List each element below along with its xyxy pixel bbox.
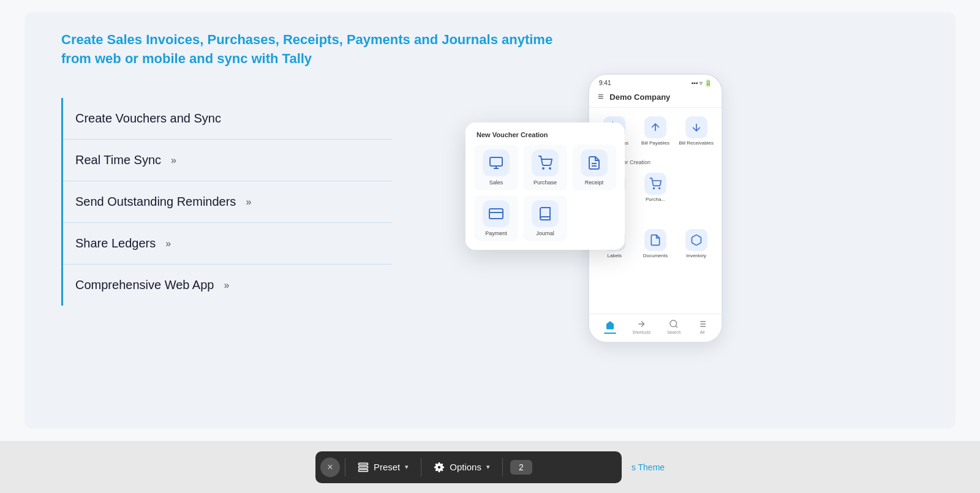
svg-point-17 [543, 168, 544, 169]
purchase-label: Purcha... [646, 197, 665, 202]
phone-icon-inventory[interactable]: Inventory [677, 225, 715, 262]
nav-search-label: Search [667, 330, 680, 334]
voucher-icon-payment[interactable]: Payment [474, 195, 518, 241]
gear-icon [434, 462, 445, 473]
voucher-receipt-icon-circle [581, 149, 608, 176]
phone-icon-documents[interactable]: Documents [636, 225, 675, 262]
voucher-sales-icon-circle [483, 149, 510, 176]
voucher-popup: New Voucher Creation Sales Purchase [466, 122, 625, 250]
voucher-sales-label: Sales [489, 179, 503, 186]
feature-item-share-ledgers[interactable]: Share Ledgers » [63, 223, 392, 265]
inventory-icon-circle [685, 229, 707, 251]
close-icon: × [327, 462, 333, 473]
svg-point-6 [670, 320, 677, 327]
bill-payables-label: Bill Payables [641, 140, 669, 146]
arrow-icon: » [171, 155, 176, 166]
toolbar-count: 2 [510, 460, 532, 475]
arrow-icon: » [224, 280, 229, 291]
feature-item-text: Send Outstanding Reminders [75, 195, 236, 209]
bottom-toolbar: × Preset ▾ Options ▾ 2 s Theme [0, 441, 980, 493]
preset-chevron-icon: ▾ [405, 463, 409, 471]
toolbar-divider-2 [421, 458, 421, 476]
feature-item-text: Create Vouchers and Sync [75, 111, 221, 126]
svg-point-3 [654, 188, 655, 189]
labels-label: Labels [608, 253, 622, 258]
bill-receivables-icon-circle [685, 116, 707, 138]
phone-company-title: Demo Company [609, 92, 670, 102]
phone-icon-bill-payables[interactable]: Bill Payables [636, 113, 675, 149]
feature-item-send-reminders[interactable]: Send Outstanding Reminders » [63, 181, 392, 223]
voucher-icon-journal[interactable]: Journal [523, 195, 567, 241]
options-label: Options [450, 462, 481, 472]
phone-nav-all[interactable]: All [697, 319, 707, 334]
toolbar-bar: × Preset ▾ Options ▾ 2 [315, 451, 622, 483]
main-content: Create Sales Invoices, Purchases, Receip… [0, 0, 980, 441]
voucher-payment-icon-circle [483, 200, 510, 227]
feature-item-text: Comprehensive Web App [75, 278, 214, 292]
toolbar-preset-button[interactable]: Preset ▾ [350, 458, 416, 476]
feature-item-text: Share Ledgers [75, 236, 156, 250]
feature-item-comprehensive-web-app[interactable]: Comprehensive Web App » [63, 265, 392, 306]
right-panel: 9:41 ▪▪▪ ▿ 🔋 ≡ Demo Company Profit & L [392, 73, 919, 343]
phone-nav-home[interactable] [604, 320, 616, 334]
toolbar-divider-3 [502, 458, 503, 476]
voucher-purchase-label: Purchase [533, 179, 557, 186]
phone-header: ≡ Demo Company [589, 89, 722, 108]
svg-point-4 [659, 188, 660, 189]
svg-rect-14 [490, 157, 502, 166]
nav-all-label: All [700, 330, 705, 334]
voucher-icons-grid: Sales Purchase Receipt [474, 145, 616, 241]
toolbar-close-button[interactable]: × [320, 457, 340, 477]
toolbar-options-button[interactable]: Options ▾ [426, 458, 497, 476]
bill-receivables-label: Bill Receivables [679, 140, 713, 146]
feature-item-real-time-sync[interactable]: Real Time Sync » [63, 140, 392, 181]
phone-status-bar: 9:41 ▪▪▪ ▿ 🔋 [589, 75, 722, 89]
feature-item-create-vouchers[interactable]: Create Vouchers and Sync [63, 98, 392, 140]
phone-time: 9:41 [599, 80, 611, 86]
nav-shortcuts-label: Shortcuts [633, 330, 651, 334]
inventory-label: Inventory [686, 253, 706, 258]
preset-icon [358, 462, 369, 473]
left-panel: Create Vouchers and Sync Real Time Sync … [61, 49, 392, 306]
options-chevron-icon: ▾ [486, 463, 490, 471]
phone-icon-purchase[interactable]: Purcha... [636, 169, 675, 206]
phone-icon-bill-receivables[interactable]: Bill Receivables [677, 113, 715, 149]
voucher-payment-label: Payment [485, 230, 507, 236]
voucher-icon-sales[interactable]: Sales [474, 145, 518, 190]
purchase-icon-circle [644, 173, 666, 195]
voucher-journal-label: Journal [536, 230, 554, 236]
svg-rect-23 [358, 463, 368, 465]
svg-rect-24 [358, 466, 368, 468]
bill-payables-icon-circle [644, 116, 666, 138]
voucher-icon-receipt[interactable]: Receipt [572, 145, 616, 190]
documents-icon-circle [644, 229, 666, 251]
voucher-popup-title: New Voucher Creation [474, 131, 616, 138]
phone-bottom-nav: Shortcuts Search All [589, 314, 722, 342]
svg-rect-21 [489, 209, 503, 219]
feature-item-text: Real Time Sync [75, 153, 161, 167]
theme-link-text: s Theme [631, 462, 665, 472]
feature-list: Create Vouchers and Sync Real Time Sync … [61, 98, 392, 306]
menu-icon: ≡ [598, 91, 603, 102]
arrow-icon: » [246, 197, 251, 208]
svg-line-7 [676, 326, 677, 328]
voucher-journal-icon-circle [532, 200, 559, 227]
inner-card: Create Sales Invoices, Purchases, Receip… [24, 12, 956, 429]
phone-signal: ▪▪▪ ▿ 🔋 [692, 80, 712, 86]
phone-nav-search[interactable]: Search [667, 319, 680, 334]
voucher-receipt-label: Receipt [585, 179, 604, 186]
toolbar-divider-1 [345, 458, 345, 476]
preset-label: Preset [374, 462, 400, 472]
phone-nav-shortcuts[interactable]: Shortcuts [633, 319, 651, 334]
svg-rect-25 [358, 469, 368, 471]
documents-label: Documents [643, 253, 668, 258]
theme-link[interactable]: s Theme [631, 462, 665, 472]
headline: Create Sales Invoices, Purchases, Receip… [61, 31, 564, 69]
voucher-purchase-icon-circle [532, 149, 559, 176]
arrow-icon: » [165, 238, 171, 249]
svg-point-18 [549, 168, 551, 169]
voucher-icon-purchase[interactable]: Purchase [523, 145, 567, 190]
